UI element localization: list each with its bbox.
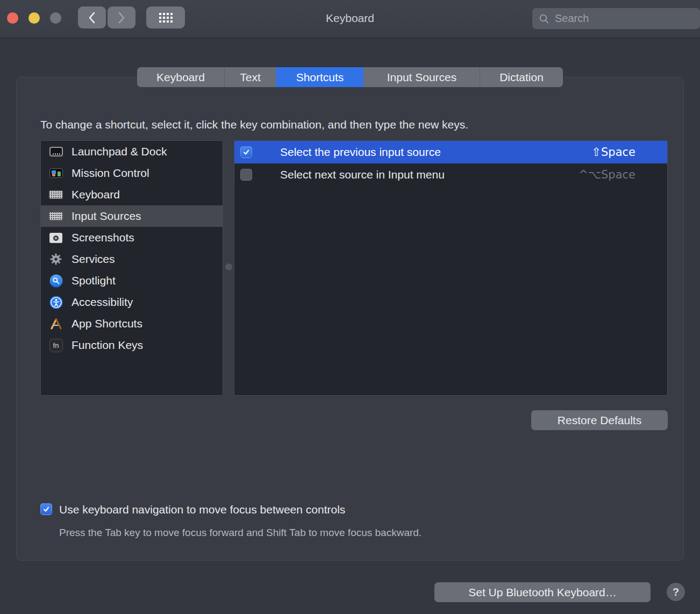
forward-button[interactable] <box>108 6 135 28</box>
shortcut-checkbox-unchecked[interactable] <box>240 169 252 181</box>
tab-bar: Keyboard Text Shortcuts Input Sources Di… <box>137 67 563 87</box>
help-button[interactable]: ? <box>667 583 685 601</box>
nav-buttons <box>78 6 135 28</box>
fn-key-icon: fn <box>49 338 63 352</box>
traffic-lights <box>7 12 61 24</box>
shortcut-keys[interactable]: ^⌥Space <box>578 168 635 181</box>
keyboard-navigation-sublabel: Press the Tab key to move focus forward … <box>59 527 422 539</box>
screenshot-camera-icon <box>49 231 63 245</box>
sidebar-item-keyboard[interactable]: Keyboard <box>41 184 223 205</box>
tab-input-sources[interactable]: Input Sources <box>363 67 480 87</box>
checkmark-icon <box>42 505 50 513</box>
sidebar-item-function-keys[interactable]: fn Function Keys <box>41 334 223 356</box>
forward-chevron-icon <box>118 12 125 24</box>
shortcut-checkbox-checked[interactable] <box>240 146 252 158</box>
mission-control-icon <box>49 166 63 180</box>
keyboard-navigation-checkbox[interactable] <box>40 503 52 515</box>
instruction-text: To change a shortcut, select it, click t… <box>40 118 468 131</box>
search-input[interactable]: Search <box>532 8 700 29</box>
accessibility-person-icon <box>49 295 63 309</box>
minimize-icon[interactable] <box>28 12 40 24</box>
app-shortcuts-tools-icon <box>49 317 63 331</box>
back-chevron-icon <box>88 12 96 24</box>
sidebar-item-screenshots[interactable]: Screenshots <box>41 227 223 248</box>
shortcut-categories-list: Launchpad & Dock Mission Control Keyboar… <box>40 140 223 396</box>
back-button[interactable] <box>78 6 106 28</box>
zoom-icon[interactable] <box>50 12 61 24</box>
system-preferences-window: Keyboard Search Keyboard Text Shortcuts … <box>0 0 700 614</box>
titlebar: Keyboard Search <box>0 0 700 38</box>
keyboard-icon <box>49 209 63 223</box>
keyboard-navigation-label: Use keyboard navigation to move focus be… <box>59 503 345 516</box>
tab-text[interactable]: Text <box>224 67 276 87</box>
tab-dictation[interactable]: Dictation <box>480 67 563 87</box>
search-icon <box>539 13 549 24</box>
sidebar-item-mission-control[interactable]: Mission Control <box>41 162 223 184</box>
sidebar-item-spotlight[interactable]: Spotlight <box>41 270 223 291</box>
show-all-grid-icon <box>159 13 173 23</box>
launchpad-dock-icon <box>49 145 63 159</box>
restore-defaults-button[interactable]: Restore Defaults <box>531 410 668 430</box>
gear-icon <box>49 252 63 266</box>
search-placeholder: Search <box>555 12 589 25</box>
shortcuts-list: Select the previous input source ⇧Space … <box>234 140 668 396</box>
split-divider-handle[interactable] <box>225 263 232 270</box>
close-icon[interactable] <box>7 12 18 24</box>
shortcut-keys[interactable]: ⇧Space <box>591 146 635 159</box>
tab-keyboard[interactable]: Keyboard <box>137 67 224 87</box>
sidebar-item-services[interactable]: Services <box>41 248 223 270</box>
spotlight-magnifier-icon <box>49 274 63 288</box>
setup-bluetooth-keyboard-button[interactable]: Set Up Bluetooth Keyboard… <box>434 582 651 602</box>
checkmark-icon <box>242 148 250 156</box>
sidebar-item-input-sources[interactable]: Input Sources <box>41 205 223 227</box>
shortcut-row-next-source-input-menu[interactable]: Select next source in Input menu ^⌥Space <box>234 163 667 186</box>
show-all-button[interactable] <box>146 6 185 28</box>
sidebar-item-accessibility[interactable]: Accessibility <box>41 291 223 313</box>
shortcut-row-previous-input-source[interactable]: Select the previous input source ⇧Space <box>234 141 667 163</box>
sidebar-item-app-shortcuts[interactable]: App Shortcuts <box>41 313 223 334</box>
sidebar-item-launchpad-dock[interactable]: Launchpad & Dock <box>41 141 223 162</box>
keyboard-icon <box>49 188 63 202</box>
tab-shortcuts[interactable]: Shortcuts <box>276 67 363 87</box>
